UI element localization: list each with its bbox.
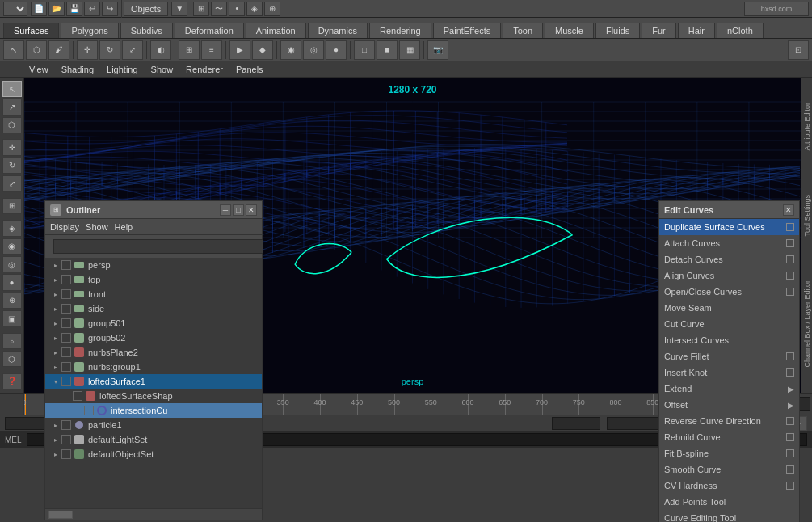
paint-sel-btn[interactable]: 🖌 bbox=[48, 40, 69, 60]
layout-btn[interactable]: ⊡ bbox=[788, 40, 809, 60]
visibility-checkbox[interactable] bbox=[84, 406, 94, 415]
outliner-item-front[interactable]: ▸front bbox=[45, 287, 262, 301]
render-current-btn[interactable]: ▶ bbox=[229, 40, 250, 60]
tab-fur[interactable]: Fur bbox=[642, 23, 676, 38]
show-manip-mode-btn[interactable]: ⊞ bbox=[2, 198, 22, 214]
vp-menu-panels[interactable]: Panels bbox=[234, 65, 265, 74]
outliner-item-group502[interactable]: ▸group502 bbox=[45, 330, 262, 345]
tab-painteffects[interactable]: PaintEffects bbox=[433, 23, 502, 38]
vp-menu-view[interactable]: View bbox=[27, 65, 50, 74]
time-display1-input[interactable] bbox=[607, 417, 663, 430]
tool4-btn[interactable]: ● bbox=[2, 274, 22, 290]
select-mode2-btn[interactable]: ↗ bbox=[2, 99, 22, 115]
ec-item-rebuild-curve[interactable]: Rebuild Curve bbox=[659, 429, 799, 445]
outliner-item-particle1[interactable]: ▸particle1 bbox=[45, 418, 262, 432]
select-mode-btn[interactable]: ↖ bbox=[2, 81, 22, 97]
visibility-checkbox[interactable] bbox=[61, 420, 71, 430]
tab-hair[interactable]: Hair bbox=[678, 23, 715, 38]
tab-polygons[interactable]: Polygons bbox=[61, 23, 118, 38]
ec-option-box[interactable] bbox=[786, 223, 794, 231]
new-scene-btn[interactable]: 📄 bbox=[31, 2, 47, 16]
tab-animation[interactable]: Animation bbox=[246, 23, 306, 38]
tool-settings-tab[interactable]: Tool Settings bbox=[803, 192, 811, 240]
ec-option-box[interactable] bbox=[786, 465, 794, 474]
ec-item-extend[interactable]: Extend▶ bbox=[659, 381, 799, 397]
ec-item-attach-curves[interactable]: Attach Curves bbox=[659, 235, 799, 251]
ec-option-box[interactable] bbox=[786, 482, 794, 490]
outliner-item-group501[interactable]: ▸group501 bbox=[45, 316, 262, 330]
ec-item-cv-hardness[interactable]: CV Hardness bbox=[659, 478, 799, 494]
ec-option-box[interactable] bbox=[786, 449, 794, 457]
snap-curve-btn[interactable]: 〜 bbox=[211, 2, 227, 16]
open-scene-btn[interactable]: 📂 bbox=[48, 2, 65, 16]
visibility-checkbox[interactable] bbox=[61, 362, 71, 372]
tool5-btn[interactable]: ⊕ bbox=[2, 293, 22, 309]
tab-surfaces[interactable]: Surfaces bbox=[3, 23, 59, 38]
snap-grid-btn[interactable]: ⊞ bbox=[193, 2, 209, 16]
visibility-checkbox[interactable] bbox=[61, 435, 71, 444]
snap-live-btn[interactable]: ⊕ bbox=[264, 2, 280, 16]
redo-btn[interactable]: ↪ bbox=[102, 2, 118, 16]
lasso-tool-btn[interactable]: ⬡ bbox=[26, 40, 47, 60]
visibility-checkbox[interactable] bbox=[61, 377, 71, 386]
move-mode-btn[interactable]: ✛ bbox=[2, 139, 22, 155]
visibility-checkbox[interactable] bbox=[61, 260, 71, 270]
tab-muscle[interactable]: Muscle bbox=[545, 23, 594, 38]
tab-toon[interactable]: Toon bbox=[503, 23, 543, 38]
display-quality3-btn[interactable]: ● bbox=[326, 40, 347, 60]
visibility-checkbox[interactable] bbox=[61, 289, 71, 299]
rotate-tool-btn[interactable]: ↻ bbox=[99, 40, 120, 60]
select-by-type-btn[interactable]: ▼ bbox=[171, 2, 187, 16]
ec-close-btn[interactable]: ✕ bbox=[783, 204, 794, 216]
ec-option-box[interactable] bbox=[786, 272, 794, 280]
tab-fluids[interactable]: Fluids bbox=[595, 23, 640, 38]
outliner-item-top[interactable]: ▸top bbox=[45, 272, 262, 287]
cam-tool-btn[interactable]: 📷 bbox=[427, 40, 448, 60]
outliner-item-loftedsurface1[interactable]: ▾loftedSurface1 bbox=[45, 374, 262, 389]
hscroll-thumb[interactable] bbox=[48, 511, 73, 519]
outliner-display-menu[interactable]: Display bbox=[50, 222, 79, 232]
visibility-checkbox[interactable] bbox=[61, 333, 71, 343]
smooth-shade-btn[interactable]: ■ bbox=[377, 40, 398, 60]
outliner-item-nurbs-group1[interactable]: ▸nurbs:group1 bbox=[45, 360, 262, 374]
channel-box-tab[interactable]: Channel Box / Layer Editor bbox=[803, 277, 811, 371]
outliner-item-defaultobjectset[interactable]: ▸defaultObjectSet bbox=[45, 447, 262, 461]
ec-item-open-close-curves[interactable]: Open/Close Curves bbox=[659, 284, 799, 300]
outliner-minimize-btn[interactable]: ─ bbox=[220, 204, 231, 216]
tab-rendering[interactable]: Rendering bbox=[369, 23, 431, 38]
vp-menu-renderer[interactable]: Renderer bbox=[184, 65, 225, 74]
tool3-btn[interactable]: ◎ bbox=[2, 256, 22, 272]
ec-item-offset[interactable]: Offset▶ bbox=[659, 397, 799, 413]
wireframe-btn[interactable]: □ bbox=[354, 40, 375, 60]
history-btn[interactable]: ≡ bbox=[201, 40, 222, 60]
snap-surface-btn[interactable]: ◈ bbox=[246, 2, 263, 16]
surfaces-dropdown[interactable]: Surfaces bbox=[3, 2, 27, 16]
ec-item-fit-b-spline[interactable]: Fit B-spline bbox=[659, 445, 799, 461]
tool8-btn[interactable]: ⬡ bbox=[2, 351, 22, 367]
visibility-checkbox[interactable] bbox=[61, 275, 71, 284]
ec-item-duplicate-surface-curves[interactable]: Duplicate Surface Curves bbox=[659, 219, 799, 235]
outliner-hscrollbar[interactable] bbox=[45, 508, 262, 520]
ec-item-smooth-curve[interactable]: Smooth Curve bbox=[659, 461, 799, 478]
undo-btn[interactable]: ↩ bbox=[84, 2, 100, 16]
visibility-checkbox[interactable] bbox=[61, 318, 71, 328]
tab-ncloth[interactable]: nCloth bbox=[717, 23, 764, 38]
scale-mode-btn[interactable]: ⤢ bbox=[2, 175, 22, 192]
tab-dynamics[interactable]: Dynamics bbox=[308, 23, 368, 38]
save-scene-btn[interactable]: 💾 bbox=[66, 2, 82, 16]
vp-menu-shading[interactable]: Shading bbox=[60, 65, 95, 74]
ipr-render-btn[interactable]: ◆ bbox=[252, 40, 273, 60]
soft-mod-btn[interactable]: ◐ bbox=[150, 40, 171, 60]
tool7-btn[interactable]: ⬦ bbox=[2, 333, 22, 349]
outliner-item-persp[interactable]: ▸persp bbox=[45, 258, 262, 272]
vp-menu-lighting[interactable]: Lighting bbox=[105, 65, 140, 74]
visibility-checkbox[interactable] bbox=[61, 347, 71, 357]
ec-option-box[interactable] bbox=[786, 417, 794, 425]
ec-option-box[interactable] bbox=[786, 255, 794, 263]
ec-option-box[interactable] bbox=[786, 239, 794, 247]
ec-item-detach-curves[interactable]: Detach Curves bbox=[659, 251, 799, 267]
tool1-btn[interactable]: ◈ bbox=[2, 220, 22, 236]
ec-item-reverse-curve-direction[interactable]: Reverse Curve Direction bbox=[659, 413, 799, 429]
texture-btn[interactable]: ▦ bbox=[399, 40, 420, 60]
tool6-btn[interactable]: ▣ bbox=[2, 310, 22, 326]
